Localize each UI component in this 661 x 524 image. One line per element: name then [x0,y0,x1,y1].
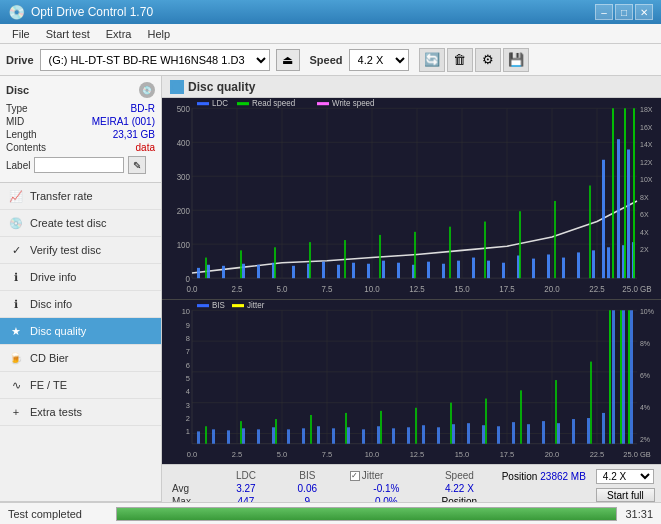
svg-text:18X: 18X [640,106,653,114]
svg-rect-148 [275,419,277,444]
disc-contents-value: data [136,142,155,153]
svg-rect-49 [627,149,630,278]
svg-rect-96 [317,102,329,105]
sidebar-item-cd-bier[interactable]: 🍺 CD Bier [0,345,161,372]
svg-text:17.5: 17.5 [499,284,515,293]
svg-text:Write speed: Write speed [332,99,374,108]
start-full-button[interactable]: Start full [596,488,655,502]
app-title: Opti Drive Control 1.70 [31,5,153,19]
sidebar-item-disc-quality[interactable]: ★ Disc quality [0,318,161,345]
svg-rect-119 [257,429,260,443]
menu-help[interactable]: Help [139,26,178,42]
nav-label-transfer-rate: Transfer rate [30,190,93,202]
svg-rect-31 [397,263,400,278]
svg-rect-115 [197,431,200,443]
disc-label-edit-btn[interactable]: ✎ [128,156,146,174]
svg-rect-40 [532,259,535,279]
speed-combo-select[interactable]: 4.2 X [596,469,654,484]
sidebar-item-verify-test-disc[interactable]: ✓ Verify test disc [0,237,161,264]
svg-text:15.0: 15.0 [455,450,470,459]
disc-length-label: Length [6,129,37,140]
svg-text:300: 300 [177,173,191,182]
nav-items: 📈 Transfer rate 💿 Create test disc ✓ Ver… [0,183,161,501]
svg-rect-142 [602,413,605,444]
svg-rect-94 [237,102,249,105]
speed-stat-header: Speed [427,469,492,482]
svg-rect-156 [555,380,557,444]
chart-header-icon [170,80,184,94]
menu-starttest[interactable]: Start test [38,26,98,42]
svg-rect-36 [472,258,475,279]
svg-rect-33 [427,262,430,278]
svg-text:9: 9 [186,320,190,329]
minimize-button[interactable]: – [595,4,613,20]
progress-bar [117,508,616,520]
close-button[interactable]: ✕ [635,4,653,20]
svg-text:25.0 GB: 25.0 GB [623,450,651,459]
drive-select[interactable]: (G:) HL-DT-ST BD-RE WH16NS48 1.D3 [40,49,270,71]
titlebar-title-area: 💿 Opti Drive Control 1.70 [8,4,153,20]
svg-text:22.5: 22.5 [590,450,605,459]
svg-text:5: 5 [186,374,190,383]
svg-rect-117 [227,430,230,443]
jitter-label: Jitter [362,470,384,481]
svg-rect-28 [352,263,355,278]
speed-select[interactable]: 4.2 X [349,49,409,71]
sidebar-item-disc-info[interactable]: ℹ Disc info [0,291,161,318]
svg-rect-141 [587,418,590,444]
svg-text:5.0: 5.0 [276,284,288,293]
erase-icon-btn[interactable]: 🗑 [447,48,473,72]
menu-file[interactable]: File [4,26,38,42]
svg-rect-129 [407,427,410,443]
svg-text:10X: 10X [640,176,653,184]
fe-te-icon: ∿ [8,377,24,393]
svg-rect-45 [602,160,605,278]
toolbar-icons: 🔄 🗑 ⚙ 💾 [419,48,529,72]
sidebar-item-fe-te[interactable]: ∿ FE / TE [0,372,161,399]
disc-length-row: Length 23,31 GB [6,128,155,141]
svg-point-0 [172,82,182,92]
jitter-checkbox[interactable]: ✓ [350,471,360,481]
svg-text:10: 10 [182,307,190,316]
transfer-rate-icon: 📈 [8,188,24,204]
avg-label: Avg [168,482,211,495]
svg-text:4%: 4% [640,404,651,412]
maximize-button[interactable]: □ [615,4,633,20]
titlebar: 💿 Opti Drive Control 1.70 – □ ✕ [0,0,661,24]
svg-rect-38 [502,263,505,278]
settings-icon-btn[interactable]: ⚙ [475,48,501,72]
menu-extra[interactable]: Extra [98,26,140,42]
svg-text:4: 4 [186,387,190,396]
bis-header: BIS [281,469,334,482]
svg-rect-47 [617,139,620,278]
eject-button[interactable]: ⏏ [276,49,300,71]
svg-rect-92 [197,102,209,105]
disc-quality-icon: ★ [8,323,24,339]
svg-rect-147 [240,421,242,444]
svg-rect-139 [557,423,560,444]
svg-rect-159 [620,310,622,443]
svg-text:6: 6 [186,360,190,369]
progress-bar-container [116,507,617,521]
svg-rect-26 [322,262,325,278]
titlebar-controls: – □ ✕ [595,4,653,20]
sidebar-item-drive-info[interactable]: ℹ Drive info [0,264,161,291]
bottom-chart: 10 9 8 7 6 5 4 3 2 1 10% 8% 6% 4% 2% [162,300,661,464]
status-time: 31:31 [625,508,653,520]
refresh-icon-btn[interactable]: 🔄 [419,48,445,72]
svg-rect-133 [467,423,470,444]
sidebar-item-transfer-rate[interactable]: 📈 Transfer rate [0,183,161,210]
status-text: Test completed [8,508,108,520]
sidebar-item-extra-tests[interactable]: + Extra tests [0,399,161,426]
disc-label-input[interactable] [34,157,124,173]
save-icon-btn[interactable]: 💾 [503,48,529,72]
svg-rect-127 [377,426,380,443]
svg-rect-116 [212,429,215,443]
sidebar-item-create-test-disc[interactable]: 💿 Create test disc [0,210,161,237]
svg-text:12.5: 12.5 [410,450,425,459]
main-layout: Disc 💿 Type BD-R MID MEIRA1 (001) Length… [0,76,661,524]
svg-rect-61 [554,201,556,278]
nav-label-disc-info: Disc info [30,298,72,310]
menubar: File Start test Extra Help [0,24,661,44]
svg-rect-128 [392,428,395,443]
